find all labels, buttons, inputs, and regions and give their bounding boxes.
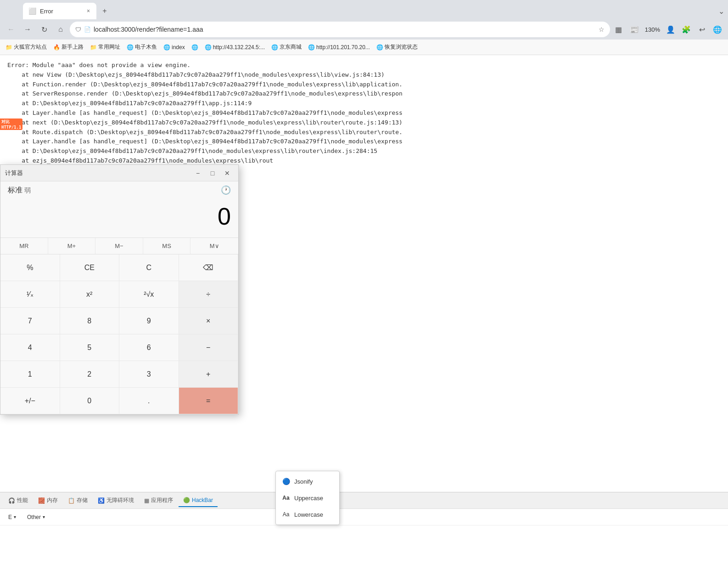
tab-bar: ⬜ Error × + ⌄ xyxy=(0,0,728,19)
zoom-level: 130% xyxy=(643,26,662,33)
bookmark-folder-icon: 📁 xyxy=(90,44,97,51)
bookmark-folder-icon: 📁 xyxy=(6,44,12,51)
bookmark-label: 京东商城 xyxy=(280,43,302,51)
bookmark-label: http://101.201.70.20... xyxy=(316,44,370,51)
bookmark-item-jd[interactable]: 🌐 京东商城 xyxy=(269,42,303,52)
bookmark-star-icon[interactable]: ☆ xyxy=(599,26,605,33)
bookmark-globe-icon: 🌐 xyxy=(163,44,170,51)
address-bar[interactable]: 🛡 📄 localhost:3000/render?filename=1.aaa… xyxy=(70,22,610,37)
bookmark-globe-icon: 🌐 xyxy=(191,44,198,51)
bookmark-label: 恢复浏览状态 xyxy=(385,43,418,51)
bookmark-label: http://43.132.224.5:... xyxy=(213,44,265,51)
url-text: localhost:3000/render?filename=1.aaa xyxy=(94,26,596,33)
bookmark-fire-icon: 🔥 xyxy=(53,44,60,51)
bookmark-item-newbie[interactable]: 🔥 新手上路 xyxy=(51,42,85,52)
grid-icon[interactable]: ▦ xyxy=(612,23,626,36)
bookmark-label: index xyxy=(172,44,185,51)
shield-icon: 🛡 xyxy=(75,26,81,33)
back-button[interactable]: ← xyxy=(4,22,18,37)
bookmark-globe-icon: 🌐 xyxy=(205,44,212,51)
nav-right-icons: ▦ 📰 130% 👤 🧩 ↩ 🌐 xyxy=(612,23,724,36)
bookmark-label: 新手上路 xyxy=(62,43,84,51)
bookmark-item-index[interactable]: 🌐 index xyxy=(162,43,187,51)
tab-menu-button[interactable]: ⌄ xyxy=(718,7,724,16)
extension-icon[interactable]: 🧩 xyxy=(679,23,693,36)
bookmark-item-43[interactable]: 🌐 http://43.132.224.5:... xyxy=(203,43,267,51)
bookmark-globe-icon: 🌐 xyxy=(271,44,278,51)
bookmark-item-101[interactable]: 🌐 http://101.201.70.20... xyxy=(306,43,372,51)
forward-button[interactable]: → xyxy=(20,22,35,37)
nav-bar: ← → ↻ ⌂ 🛡 📄 localhost:3000/render?filena… xyxy=(0,19,728,40)
tab-close-button[interactable]: × xyxy=(86,7,91,15)
reader-icon[interactable]: 📰 xyxy=(627,23,641,36)
bookmark-globe-icon: 🌐 xyxy=(308,44,315,51)
home-button[interactable]: ⌂ xyxy=(53,22,68,37)
page-doc-icon: 📄 xyxy=(84,26,91,33)
bookmark-item-restore[interactable]: 🌐 恢复浏览状态 xyxy=(375,42,420,52)
bookmark-item-fish[interactable]: 🌐 电子木鱼 xyxy=(125,42,159,52)
bookmarks-bar: 📁 火狐官方站点 🔥 新手上路 📁 常用网址 🌐 电子木鱼 🌐 index 🌐 … xyxy=(0,40,728,55)
browser-tab[interactable]: ⬜ Error × xyxy=(23,3,96,19)
bookmark-item-common[interactable]: 📁 常用网址 xyxy=(88,42,122,52)
new-tab-button[interactable]: + xyxy=(98,5,111,17)
bookmark-globe-icon: 🌐 xyxy=(127,44,134,51)
bookmark-item-globe1[interactable]: 🌐 xyxy=(190,43,200,51)
bookmark-item-huohu[interactable]: 📁 火狐官方站点 xyxy=(4,42,49,52)
refresh-button[interactable]: ↻ xyxy=(37,22,51,37)
browser-chrome: ⬜ Error × + ⌄ ← → ↻ ⌂ 🛡 📄 localhost:3000… xyxy=(0,0,728,55)
bookmark-globe-icon: 🌐 xyxy=(376,44,383,51)
tab-page-icon: ⬜ xyxy=(28,7,36,15)
account-icon[interactable]: 👤 xyxy=(664,23,678,36)
back-history-icon[interactable]: ↩ xyxy=(695,23,709,36)
bookmark-label: 常用网址 xyxy=(98,43,120,51)
sync-icon[interactable]: 🌐 xyxy=(711,23,724,36)
bookmark-label: 电子木鱼 xyxy=(135,43,157,51)
tab-title: Error xyxy=(40,8,82,15)
bookmark-label: 火狐官方站点 xyxy=(14,43,47,51)
